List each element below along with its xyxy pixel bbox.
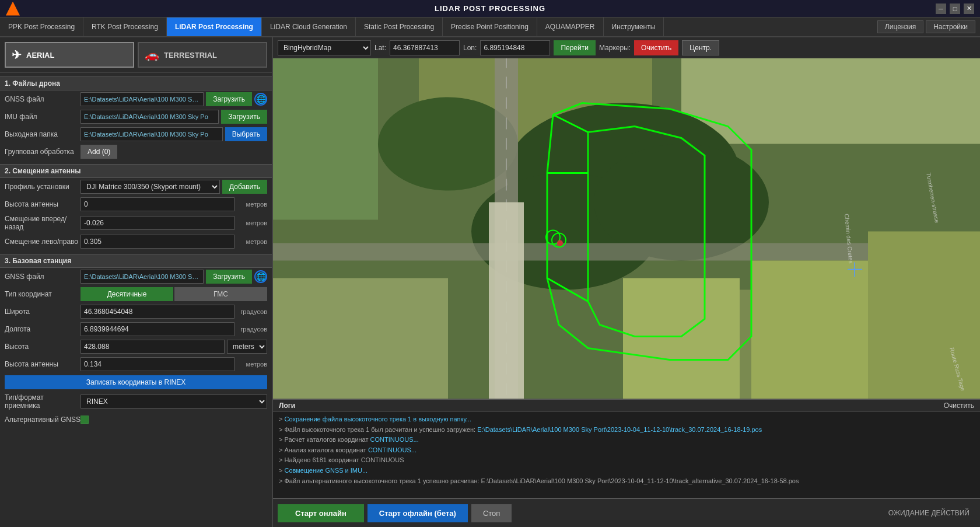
profile-select[interactable]: DJI Matrice 300/350 (Skyport mount) — [80, 180, 220, 194]
svg-point-8 — [594, 144, 769, 261]
output-folder-input[interactable] — [80, 127, 223, 141]
log-link-2[interactable]: CONTINUOUS... — [370, 436, 419, 443]
longitude-row: Долгота градусов — [0, 320, 272, 338]
map-lat-input[interactable] — [390, 40, 460, 55]
logs-title: Логи — [279, 402, 295, 410]
log-entry-3: > Анализ каталога координат CONTINUOUS..… — [279, 445, 974, 456]
section1-header: 1. Файлы дрона — [0, 76, 272, 90]
longitude-input[interactable] — [80, 322, 235, 336]
decimal-coord-button[interactable]: Десятичные — [80, 287, 173, 301]
tab-ppk[interactable]: PPK Post Processing — [0, 18, 83, 36]
settings-button[interactable]: Настройки — [926, 20, 975, 33]
forward-offset-row: Смещение вперед/назад метров — [0, 213, 272, 233]
terrestrial-mode-button[interactable]: 🚗 TERRESTRIAL — [138, 42, 267, 68]
gps-track-overlay: Chemin des Cretes Turmherren-strasse Rou… — [273, 58, 980, 399]
svg-rect-5 — [681, 290, 980, 399]
svg-text:Route Russ Tage: Route Russ Tage — [949, 347, 967, 392]
log-link-1[interactable]: E:\Datasets\LiDAR\Aerial\100 M300 Sky Po… — [477, 426, 762, 433]
log-link-3[interactable]: CONTINUOUS... — [368, 446, 416, 453]
clear-markers-button[interactable]: Очистить — [634, 40, 678, 55]
svg-point-20 — [546, 231, 560, 245]
svg-rect-3 — [419, 58, 652, 162]
tab-rtk[interactable]: RTK Post Processing — [83, 18, 167, 36]
svg-point-7 — [471, 173, 658, 290]
gnss-file-row: GNSS файл Загрузить 🌐 — [0, 90, 272, 108]
aerial-icon: ✈ — [12, 48, 22, 62]
logs-clear-button[interactable]: Очистить — [944, 402, 974, 410]
base-ant-height-input[interactable] — [80, 357, 235, 371]
minimize-button[interactable]: ─ — [936, 4, 946, 14]
lateral-offset-input[interactable] — [80, 235, 235, 249]
log-entry-2: > Расчет каталогов координат CONTINUOUS.… — [279, 435, 974, 445]
svg-rect-4 — [681, 58, 980, 144]
base-gnss-load-button[interactable]: Загрузить — [206, 270, 252, 284]
aerial-mode-button[interactable]: ✈ AERIAL — [5, 42, 134, 68]
imu-file-input[interactable] — [80, 110, 219, 124]
latitude-input[interactable] — [80, 305, 235, 319]
center-map-button[interactable]: Центр. — [682, 40, 719, 55]
svg-rect-14 — [751, 261, 868, 399]
license-button[interactable]: Лицензия — [877, 20, 923, 33]
svg-line-18 — [547, 278, 588, 302]
gnss-file-input[interactable] — [80, 92, 204, 106]
tab-aquamapper[interactable]: AQUAMAPPER — [537, 18, 604, 36]
log-entry-5: > Совмещение GNSS и IMU... — [279, 466, 974, 476]
map-background: Chemin des Cretes Turmherren-strasse Rou… — [273, 58, 980, 399]
left-panel: ✈ AERIAL 🚗 TERRESTRIAL 1. Файлы дрона GN… — [0, 37, 273, 527]
maximize-button[interactable]: □ — [950, 4, 960, 14]
stop-button[interactable]: Стоп — [471, 504, 512, 522]
svg-text:Turmherren-strasse: Turmherren-strasse — [925, 172, 940, 224]
ant-height-input[interactable] — [80, 197, 235, 211]
svg-point-9 — [378, 97, 518, 191]
goto-button[interactable]: Перейти — [554, 40, 596, 55]
save-rinex-button[interactable]: Записать координаты в RINEX — [5, 375, 267, 389]
nav-right-buttons: Лицензия Настройки — [877, 18, 980, 36]
tab-tools[interactable]: Инструменты — [604, 18, 664, 36]
tab-static[interactable]: Static Post Processing — [356, 18, 443, 36]
start-offline-button[interactable]: Старт офлайн (бета) — [368, 504, 468, 522]
close-button[interactable]: ✕ — [964, 4, 974, 14]
map-area[interactable]: Chemin des Cretes Turmherren-strasse Rou… — [273, 58, 980, 399]
dms-coord-button[interactable]: ГМС — [174, 287, 267, 301]
status-text: ОЖИДАНИЕ ДЕЙСТВИЙ — [883, 509, 975, 517]
window-title: LIDAR POST PROCESSING — [435, 4, 545, 13]
elevation-input[interactable] — [80, 340, 225, 354]
action-buttons: Старт онлайн Старт офлайн (бета) Стоп — [278, 504, 512, 522]
tab-lidar[interactable]: LiDAR Post Processing — [167, 18, 262, 36]
base-globe-icon[interactable]: 🌐 — [254, 270, 267, 283]
section3-header: 3. Базовая станция — [0, 254, 272, 268]
output-choose-button[interactable]: Выбрать — [225, 127, 267, 141]
imu-file-row: IMU файл Загрузить — [0, 108, 272, 125]
gnss-load-button[interactable]: Загрузить — [206, 92, 252, 106]
nav-tabs: PPK Post Processing RTK Post Processing … — [0, 18, 664, 36]
svg-rect-0 — [273, 58, 980, 399]
alt-gnss-checkbox[interactable] — [80, 416, 89, 424]
log-link-5[interactable]: Совмещение GNSS и IMU... — [284, 467, 368, 474]
svg-rect-1 — [273, 278, 448, 399]
log-link-0[interactable]: Сохранение файла высокоточного трека 1 в… — [284, 416, 471, 423]
receiver-type-select[interactable]: RINEX — [80, 395, 267, 409]
tab-lidar-cloud[interactable]: LiDAR Cloud Generation — [262, 18, 356, 36]
tab-precise[interactable]: Precise Point Positioning — [443, 18, 537, 36]
log-entry-4: > Найдено 6181 координат CONTINUOUS — [279, 455, 974, 466]
base-gnss-input[interactable] — [80, 270, 204, 284]
log-entry-1: > Файл высокоточного трека 1 был расчита… — [279, 425, 974, 435]
profile-add-button[interactable]: Добавить — [222, 180, 267, 194]
svg-rect-16 — [489, 203, 524, 399]
forward-offset-input[interactable] — [80, 216, 235, 230]
mode-toggle: ✈ AERIAL 🚗 TERRESTRIAL — [0, 37, 272, 73]
svg-text:Chemin des Cretes: Chemin des Cretes — [844, 214, 854, 264]
latitude-row: Широта градусов — [0, 303, 272, 320]
profile-row: Профиль установки DJI Matrice 300/350 (S… — [0, 178, 272, 196]
height-unit-select[interactable]: meters — [227, 340, 267, 354]
svg-rect-13 — [623, 278, 740, 399]
gnss-globe-icon[interactable]: 🌐 — [254, 93, 267, 106]
base-ant-height-row: Высота антенны метров — [0, 355, 272, 373]
start-online-button[interactable]: Старт онлайн — [278, 504, 364, 522]
lateral-offset-row: Смещение лево/право метров — [0, 233, 272, 250]
map-lon-input[interactable] — [480, 40, 550, 55]
base-gnss-row: GNSS файл Загрузить 🌐 — [0, 268, 272, 285]
imu-load-button[interactable]: Загрузить — [221, 110, 267, 124]
map-type-select[interactable]: BingHybridMap — [278, 40, 371, 55]
batch-add-button[interactable]: Add (0) — [80, 145, 117, 159]
